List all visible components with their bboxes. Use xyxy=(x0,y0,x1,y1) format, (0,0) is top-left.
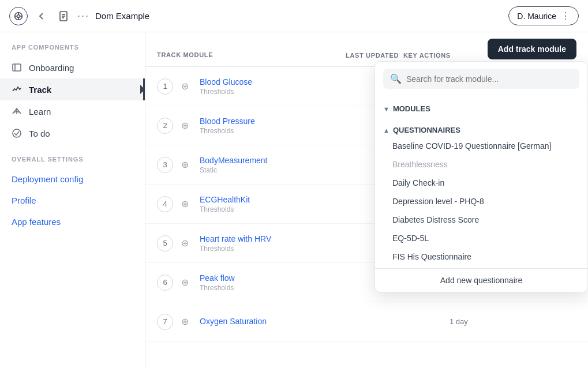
svg-point-1 xyxy=(17,14,20,17)
row-number-6: 6 xyxy=(157,275,173,291)
sidebar-item-todo[interactable]: To do xyxy=(0,122,145,144)
dropdown-item-diabetes-distress[interactable]: Diabetes Distress Score xyxy=(383,211,579,229)
back-icon[interactable] xyxy=(33,8,50,24)
drag-handle-5[interactable]: ⊕ xyxy=(177,238,193,249)
drag-handle-4[interactable]: ⊕ xyxy=(177,198,193,209)
dropdown-item-label: EQ-5D-5L xyxy=(392,234,429,243)
row-updated-7: 1 day xyxy=(450,317,507,326)
sidebar-onboarding-label: Onboarding xyxy=(29,63,74,73)
drag-handle-2[interactable]: ⊕ xyxy=(177,120,193,131)
row-number-3: 3 xyxy=(157,157,173,173)
sidebar-item-deployment[interactable]: Deployment config xyxy=(0,168,145,190)
row-info-7: Oxygen Saturation xyxy=(196,317,450,327)
sidebar-learn-label: Learn xyxy=(29,107,51,117)
overall-settings-heading: OVERALL SETTINGS xyxy=(0,144,145,168)
dropdown-scroll-area: ▼ MODULES ▲ QUESTIONNAIRES Baseline COVI… xyxy=(375,96,587,268)
dropdown-item-daily-checkin[interactable]: Daily Check-in xyxy=(383,174,579,192)
dropdown-item-breathlessness: Breathlessness xyxy=(383,155,579,174)
modules-section-header[interactable]: ▼ MODULES xyxy=(383,102,579,115)
sidebar-track-label: Track xyxy=(29,85,51,95)
user-name-label: D. Maurice xyxy=(517,12,556,21)
row-number-4: 4 xyxy=(157,196,173,212)
drag-handle-6[interactable]: ⊕ xyxy=(177,277,193,288)
add-new-questionnaire-button[interactable]: Add new questionnaire xyxy=(375,268,587,292)
row-number-2: 2 xyxy=(157,118,173,134)
drag-handle-1[interactable]: ⊕ xyxy=(177,81,193,92)
track-module-col-label: TRACK MODULE xyxy=(157,51,213,58)
add-module-dropdown: 🔍 ▼ MODULES ▲ QUESTIONNAIRES xyxy=(374,61,588,292)
content-area: TRACK MODULE LAST UPDATED KEY ACTIONS Ad… xyxy=(145,32,588,368)
sidebar-item-profile[interactable]: Profile xyxy=(0,190,145,211)
col-actions-header: KEY ACTIONS xyxy=(403,51,473,59)
row-number-1: 1 xyxy=(157,78,173,95)
user-menu-dots: ⋮ xyxy=(561,10,570,21)
sidebar-active-arrow xyxy=(140,85,145,94)
col-module-header: TRACK MODULE xyxy=(157,49,346,59)
row-number-5: 5 xyxy=(157,235,173,251)
row-name-7[interactable]: Oxygen Saturation xyxy=(200,317,450,326)
drag-handle-3[interactable]: ⊕ xyxy=(177,159,193,170)
sidebar-appfeatures-label: App features xyxy=(12,217,61,227)
topbar-left: ··· Dom Example xyxy=(9,7,501,25)
sidebar-deployment-label: Deployment config xyxy=(12,174,83,184)
dropdown-search-area: 🔍 xyxy=(375,62,587,96)
add-track-module-button[interactable]: Add track module xyxy=(488,39,576,59)
user-menu-button[interactable]: D. Maurice ⋮ xyxy=(508,6,579,25)
dropdown-item-label: FIS His Questionnaire xyxy=(392,252,471,261)
dropdown-item-depression[interactable]: Depression level - PHQ-8 xyxy=(383,192,579,211)
topbar: ··· Dom Example D. Maurice ⋮ xyxy=(0,0,588,32)
sidebar-todo-label: To do xyxy=(29,129,50,138)
questionnaires-section-header[interactable]: ▲ QUESTIONNAIRES xyxy=(383,123,579,137)
document-icon xyxy=(55,8,72,24)
dropdown-item-label: Diabetes Distress Score xyxy=(392,215,479,224)
svg-point-12 xyxy=(13,129,21,137)
sidebar-item-learn[interactable]: Learn xyxy=(0,100,145,122)
dropdown-item-eq5d[interactable]: EQ-5D-5L xyxy=(383,229,579,247)
modules-section-label: MODULES xyxy=(393,104,430,113)
search-icon: 🔍 xyxy=(390,73,402,84)
sidebar: APP COMPONENTS Onboarding Track xyxy=(0,32,145,368)
learn-icon xyxy=(12,106,22,117)
drag-handle-7[interactable]: ⊕ xyxy=(177,316,193,327)
chevron-down-icon: ▼ xyxy=(383,106,389,112)
dropdown-item-baseline-covid[interactable]: Baseline COVID-19 Questionnaire [German] xyxy=(383,137,579,155)
key-actions-col-label: KEY ACTIONS xyxy=(403,52,451,59)
questionnaires-section-label: QUESTIONNAIRES xyxy=(393,126,460,134)
row-number-7: 7 xyxy=(157,314,173,330)
questionnaires-section: ▲ QUESTIONNAIRES Baseline COVID-19 Quest… xyxy=(375,118,587,268)
home-icon[interactable] xyxy=(9,7,28,25)
sidebar-item-track[interactable]: Track xyxy=(0,78,145,100)
topbar-title: Dom Example xyxy=(95,11,149,21)
svg-rect-10 xyxy=(13,64,21,71)
table-row: 7 ⊕ Oxygen Saturation 1 day xyxy=(145,302,588,341)
dropdown-item-label: Baseline COVID-19 Questionnaire [German] xyxy=(392,141,551,151)
sidebar-item-onboarding[interactable]: Onboarding xyxy=(0,57,145,78)
chevron-up-icon: ▲ xyxy=(383,127,389,134)
last-updated-col-label: LAST UPDATED xyxy=(346,52,399,59)
modules-section: ▼ MODULES xyxy=(375,96,587,118)
sidebar-profile-label: Profile xyxy=(12,196,36,205)
main-layout: APP COMPONENTS Onboarding Track xyxy=(0,32,588,368)
track-icon xyxy=(12,84,22,95)
dropdown-item-fis[interactable]: FIS His Questionnaire xyxy=(383,247,579,266)
dropdown-item-label: Depression level - PHQ-8 xyxy=(392,197,484,206)
dropdown-item-label: Breathlessness xyxy=(392,160,448,169)
onboarding-icon xyxy=(12,62,22,73)
search-input-wrapper: 🔍 xyxy=(383,69,579,89)
sidebar-item-appfeatures[interactable]: App features xyxy=(0,211,145,232)
search-module-input[interactable] xyxy=(406,74,572,84)
col-updated-header: LAST UPDATED xyxy=(346,51,403,59)
todo-icon xyxy=(12,128,22,138)
dropdown-item-label: Daily Check-in xyxy=(392,178,444,187)
col-add-btn-area: Add track module xyxy=(473,39,576,59)
app-components-heading: APP COMPONENTS xyxy=(0,44,145,57)
more-options-icon[interactable]: ··· xyxy=(77,10,89,22)
